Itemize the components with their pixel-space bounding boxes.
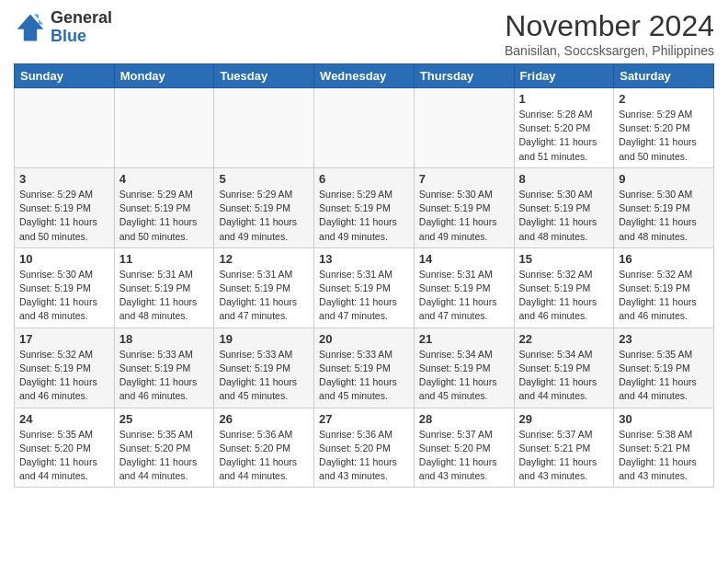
- day-info: Sunrise: 5:33 AM Sunset: 5:19 PM Dayligh…: [319, 348, 409, 404]
- calendar-day-cell: 19Sunrise: 5:33 AM Sunset: 5:19 PM Dayli…: [214, 327, 314, 408]
- calendar-week-row: 24Sunrise: 5:35 AM Sunset: 5:20 PM Dayli…: [15, 408, 714, 488]
- day-number: 16: [619, 252, 709, 266]
- calendar-week-row: 1Sunrise: 5:28 AM Sunset: 5:20 PM Daylig…: [15, 88, 714, 168]
- day-info: Sunrise: 5:35 AM Sunset: 5:19 PM Dayligh…: [619, 348, 709, 404]
- day-number: 9: [619, 172, 709, 186]
- calendar-day-cell: 20Sunrise: 5:33 AM Sunset: 5:19 PM Dayli…: [314, 327, 415, 408]
- day-number: 2: [619, 92, 709, 106]
- logo-blue: Blue: [51, 27, 86, 45]
- calendar-day-cell: 11Sunrise: 5:31 AM Sunset: 5:19 PM Dayli…: [114, 247, 214, 327]
- day-number: 21: [419, 332, 509, 346]
- day-info: Sunrise: 5:31 AM Sunset: 5:19 PM Dayligh…: [319, 268, 409, 324]
- calendar-day-cell: 5Sunrise: 5:29 AM Sunset: 5:19 PM Daylig…: [214, 167, 314, 247]
- day-number: 15: [519, 252, 609, 266]
- weekday-header: Sunday: [15, 64, 115, 88]
- day-number: 11: [119, 252, 210, 266]
- logo-icon: [14, 11, 47, 44]
- day-info: Sunrise: 5:31 AM Sunset: 5:19 PM Dayligh…: [419, 268, 509, 324]
- calendar-day-cell: 1Sunrise: 5:28 AM Sunset: 5:20 PM Daylig…: [514, 88, 614, 168]
- day-info: Sunrise: 5:30 AM Sunset: 5:19 PM Dayligh…: [419, 188, 509, 244]
- day-info: Sunrise: 5:30 AM Sunset: 5:19 PM Dayligh…: [619, 188, 709, 244]
- day-info: Sunrise: 5:36 AM Sunset: 5:20 PM Dayligh…: [319, 428, 409, 484]
- day-info: Sunrise: 5:31 AM Sunset: 5:19 PM Dayligh…: [119, 268, 210, 324]
- calendar-day-cell: [15, 88, 115, 168]
- calendar-day-cell: 3Sunrise: 5:29 AM Sunset: 5:19 PM Daylig…: [15, 167, 115, 247]
- calendar-day-cell: 8Sunrise: 5:30 AM Sunset: 5:19 PM Daylig…: [514, 167, 614, 247]
- calendar-day-cell: 17Sunrise: 5:32 AM Sunset: 5:19 PM Dayli…: [15, 327, 115, 408]
- calendar-table: SundayMondayTuesdayWednesdayThursdayFrid…: [14, 63, 714, 488]
- day-info: Sunrise: 5:33 AM Sunset: 5:19 PM Dayligh…: [219, 348, 309, 404]
- day-info: Sunrise: 5:32 AM Sunset: 5:19 PM Dayligh…: [19, 348, 109, 404]
- day-number: 17: [19, 332, 109, 346]
- calendar-day-cell: 14Sunrise: 5:31 AM Sunset: 5:19 PM Dayli…: [414, 247, 514, 327]
- logo: General Blue: [14, 9, 112, 46]
- day-info: Sunrise: 5:32 AM Sunset: 5:19 PM Dayligh…: [619, 268, 709, 324]
- day-info: Sunrise: 5:33 AM Sunset: 5:19 PM Dayligh…: [119, 348, 210, 404]
- day-info: Sunrise: 5:29 AM Sunset: 5:19 PM Dayligh…: [319, 188, 409, 244]
- day-info: Sunrise: 5:34 AM Sunset: 5:19 PM Dayligh…: [519, 348, 609, 404]
- day-info: Sunrise: 5:38 AM Sunset: 5:21 PM Dayligh…: [619, 428, 709, 484]
- calendar-day-cell: 16Sunrise: 5:32 AM Sunset: 5:19 PM Dayli…: [614, 247, 714, 327]
- calendar-day-cell: [414, 88, 514, 168]
- day-info: Sunrise: 5:36 AM Sunset: 5:20 PM Dayligh…: [219, 428, 309, 484]
- day-number: 27: [319, 412, 409, 426]
- day-number: 22: [519, 332, 609, 346]
- day-number: 26: [219, 412, 309, 426]
- calendar-day-cell: 29Sunrise: 5:37 AM Sunset: 5:21 PM Dayli…: [514, 408, 614, 488]
- calendar-day-cell: 10Sunrise: 5:30 AM Sunset: 5:19 PM Dayli…: [15, 247, 115, 327]
- weekday-header: Tuesday: [214, 64, 314, 88]
- calendar-day-cell: 15Sunrise: 5:32 AM Sunset: 5:19 PM Dayli…: [514, 247, 614, 327]
- day-number: 13: [319, 252, 409, 266]
- day-info: Sunrise: 5:29 AM Sunset: 5:19 PM Dayligh…: [19, 188, 109, 244]
- weekday-header: Friday: [514, 64, 614, 88]
- day-number: 29: [519, 412, 609, 426]
- calendar-day-cell: 30Sunrise: 5:38 AM Sunset: 5:21 PM Dayli…: [614, 408, 714, 488]
- day-number: 10: [19, 252, 109, 266]
- day-info: Sunrise: 5:30 AM Sunset: 5:19 PM Dayligh…: [519, 188, 609, 244]
- calendar-day-cell: 6Sunrise: 5:29 AM Sunset: 5:19 PM Daylig…: [314, 167, 415, 247]
- day-number: 19: [219, 332, 309, 346]
- day-number: 7: [419, 172, 509, 186]
- day-info: Sunrise: 5:29 AM Sunset: 5:19 PM Dayligh…: [219, 188, 309, 244]
- calendar-day-cell: 7Sunrise: 5:30 AM Sunset: 5:19 PM Daylig…: [414, 167, 514, 247]
- day-number: 24: [19, 412, 109, 426]
- calendar-day-cell: 27Sunrise: 5:36 AM Sunset: 5:20 PM Dayli…: [314, 408, 415, 488]
- day-number: 30: [619, 412, 709, 426]
- calendar-day-cell: 18Sunrise: 5:33 AM Sunset: 5:19 PM Dayli…: [114, 327, 214, 408]
- day-info: Sunrise: 5:35 AM Sunset: 5:20 PM Dayligh…: [19, 428, 109, 484]
- calendar-day-cell: 21Sunrise: 5:34 AM Sunset: 5:19 PM Dayli…: [414, 327, 514, 408]
- logo-general: General: [51, 8, 112, 27]
- calendar-day-cell: [314, 88, 415, 168]
- day-info: Sunrise: 5:37 AM Sunset: 5:20 PM Dayligh…: [419, 428, 509, 484]
- day-number: 28: [419, 412, 509, 426]
- day-info: Sunrise: 5:28 AM Sunset: 5:20 PM Dayligh…: [519, 108, 609, 164]
- title-block: November 2024 Banisilan, Soccsksargen, P…: [505, 9, 714, 58]
- month-title: November 2024: [505, 9, 714, 43]
- day-number: 3: [19, 172, 109, 186]
- day-info: Sunrise: 5:31 AM Sunset: 5:19 PM Dayligh…: [219, 268, 309, 324]
- calendar-day-cell: [114, 88, 214, 168]
- calendar-day-cell: 24Sunrise: 5:35 AM Sunset: 5:20 PM Dayli…: [15, 408, 115, 488]
- day-number: 23: [619, 332, 709, 346]
- calendar-day-cell: [214, 88, 314, 168]
- calendar-week-row: 10Sunrise: 5:30 AM Sunset: 5:19 PM Dayli…: [15, 247, 714, 327]
- day-info: Sunrise: 5:32 AM Sunset: 5:19 PM Dayligh…: [519, 268, 609, 324]
- day-info: Sunrise: 5:29 AM Sunset: 5:20 PM Dayligh…: [619, 108, 709, 164]
- weekday-header: Thursday: [414, 64, 514, 88]
- calendar-day-cell: 12Sunrise: 5:31 AM Sunset: 5:19 PM Dayli…: [214, 247, 314, 327]
- day-number: 14: [419, 252, 509, 266]
- weekday-header: Wednesday: [314, 64, 415, 88]
- day-number: 12: [219, 252, 309, 266]
- calendar-day-cell: 26Sunrise: 5:36 AM Sunset: 5:20 PM Dayli…: [214, 408, 314, 488]
- day-info: Sunrise: 5:37 AM Sunset: 5:21 PM Dayligh…: [519, 428, 609, 484]
- calendar-day-cell: 2Sunrise: 5:29 AM Sunset: 5:20 PM Daylig…: [614, 88, 714, 168]
- calendar-day-cell: 22Sunrise: 5:34 AM Sunset: 5:19 PM Dayli…: [514, 327, 614, 408]
- page-header: General Blue November 2024 Banisilan, So…: [14, 9, 714, 58]
- day-info: Sunrise: 5:34 AM Sunset: 5:19 PM Dayligh…: [419, 348, 509, 404]
- day-number: 8: [519, 172, 609, 186]
- calendar-day-cell: 4Sunrise: 5:29 AM Sunset: 5:19 PM Daylig…: [114, 167, 214, 247]
- day-info: Sunrise: 5:30 AM Sunset: 5:19 PM Dayligh…: [19, 268, 109, 324]
- calendar-day-cell: 28Sunrise: 5:37 AM Sunset: 5:20 PM Dayli…: [414, 408, 514, 488]
- calendar-week-row: 3Sunrise: 5:29 AM Sunset: 5:19 PM Daylig…: [15, 167, 714, 247]
- day-number: 1: [519, 92, 609, 106]
